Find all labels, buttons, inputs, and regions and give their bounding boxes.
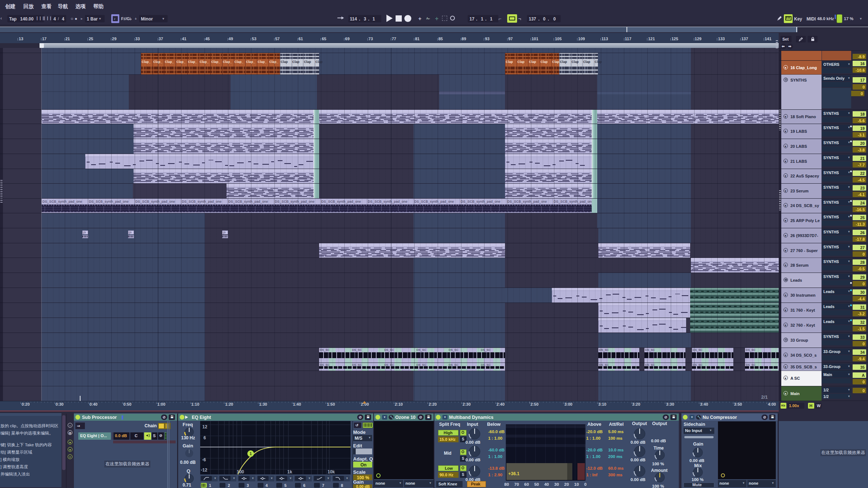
svg-text:1: 1	[250, 452, 252, 456]
